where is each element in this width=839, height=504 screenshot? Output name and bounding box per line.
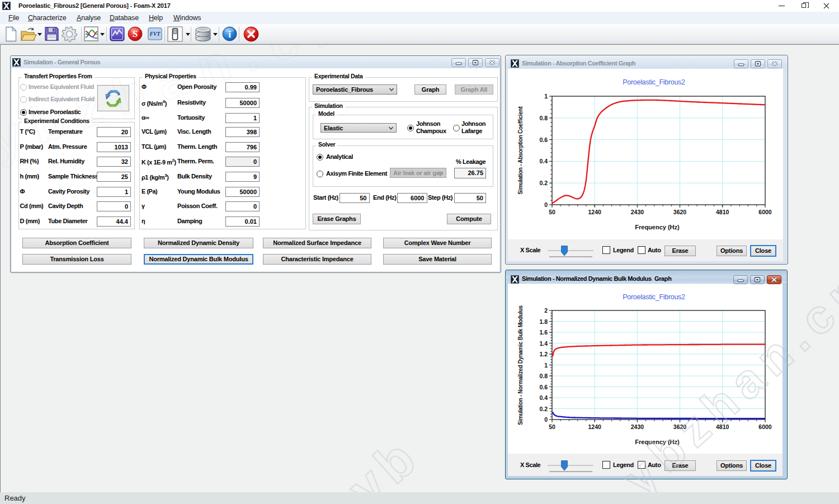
svg-text:1240: 1240 bbox=[588, 423, 602, 430]
svg-text:Frequency (Hz): Frequency (Hz) bbox=[635, 224, 680, 230]
svg-text:0.8: 0.8 bbox=[539, 115, 548, 121]
svg-text:1.2: 1.2 bbox=[539, 351, 548, 357]
svg-text:1: 1 bbox=[544, 362, 548, 369]
svg-text:1240: 1240 bbox=[588, 209, 602, 215]
svg-text:0.6: 0.6 bbox=[539, 136, 548, 143]
svg-text:0.6: 0.6 bbox=[539, 384, 548, 390]
svg-text:0.2: 0.2 bbox=[539, 406, 548, 412]
svg-text:2430: 2430 bbox=[631, 209, 644, 215]
svg-text:2: 2 bbox=[544, 307, 548, 314]
svg-text:0.4: 0.4 bbox=[539, 394, 548, 401]
svg-text:S: S bbox=[133, 29, 138, 39]
svg-text:50: 50 bbox=[549, 423, 555, 430]
svg-text:1.6: 1.6 bbox=[539, 329, 548, 336]
svg-text:6000: 6000 bbox=[758, 423, 772, 430]
svg-text:Simulation - Normalized Dynami: Simulation - Normalized Dynamic Bulk Mod… bbox=[517, 305, 524, 425]
svg-text:0: 0 bbox=[544, 416, 548, 423]
svg-text:3620: 3620 bbox=[673, 209, 687, 215]
svg-text:2430: 2430 bbox=[631, 423, 644, 430]
svg-text:1.4: 1.4 bbox=[539, 340, 548, 347]
svg-text:0: 0 bbox=[544, 201, 548, 208]
svg-text:1: 1 bbox=[544, 93, 548, 100]
svg-text:6000: 6000 bbox=[758, 209, 772, 215]
svg-text:0.4: 0.4 bbox=[539, 158, 548, 164]
svg-text:Simulation - Absorption Coeffi: Simulation - Absorption Coefficient bbox=[517, 106, 524, 195]
svg-text:0.8: 0.8 bbox=[539, 373, 548, 379]
svg-text:50: 50 bbox=[549, 209, 555, 215]
svg-text:0.2: 0.2 bbox=[539, 180, 548, 186]
svg-text:i: i bbox=[228, 29, 231, 40]
svg-text:4810: 4810 bbox=[716, 209, 729, 215]
svg-text:FVT: FVT bbox=[149, 31, 161, 37]
svg-text:Poroelastic_Fibrous2: Poroelastic_Fibrous2 bbox=[623, 293, 685, 301]
svg-text:1.8: 1.8 bbox=[539, 318, 548, 325]
svg-text:Poroelastic_Fibrous2: Poroelastic_Fibrous2 bbox=[623, 78, 685, 86]
